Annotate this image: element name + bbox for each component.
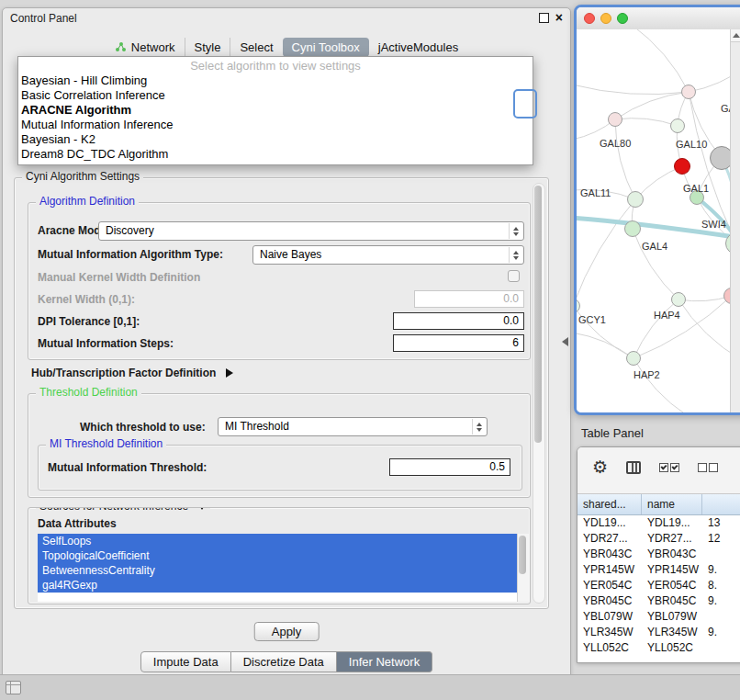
sources-title-label: Sources for Network Inference: [39, 507, 188, 513]
table-row[interactable]: YBL079WYBL079W: [577, 609, 740, 625]
tab-style[interactable]: Style: [185, 38, 230, 57]
table-row[interactable]: YLR345WYLR345W9.: [577, 625, 740, 640]
table-row[interactable]: YDL19...YDL19...13: [577, 515, 740, 531]
table-row[interactable]: YLL052CYLL052C: [577, 640, 740, 656]
algorithm-option[interactable]: Mutual Information Inference: [18, 118, 533, 132]
sources-group: Sources for Network Inference Data Attri…: [28, 507, 531, 604]
table-cell: [702, 640, 740, 656]
network-node[interactable]: [627, 191, 644, 208]
dpi-tolerance-label: DPI Tolerance [0,1]:: [38, 315, 140, 328]
table-cell: YBR045C: [577, 593, 642, 609]
scrollbar-thumb[interactable]: [519, 536, 526, 574]
node-label: SWI4: [701, 219, 726, 230]
attribute-item[interactable]: TopologicalCoefficient: [38, 548, 517, 563]
network-node[interactable]: [608, 112, 622, 127]
network-node[interactable]: [681, 85, 696, 99]
table-row[interactable]: YPR145WYPR145W9.: [577, 562, 740, 578]
mi-steps-field[interactable]: 6: [393, 334, 524, 352]
aracne-mode-combo[interactable]: Discovery: [98, 221, 524, 241]
node-label: GAL80: [600, 138, 631, 149]
tab-cyni-toolbox[interactable]: Cyni Toolbox: [283, 38, 369, 57]
network-node[interactable]: [674, 158, 690, 175]
tab-network[interactable]: Network: [106, 38, 185, 57]
tab-label: Cyni Toolbox: [292, 40, 360, 54]
table-cell: YLR345W: [577, 625, 642, 640]
threshold-definition-title: Threshold Definition: [36, 386, 141, 399]
tab-infer-network[interactable]: Infer Network: [337, 651, 432, 672]
algorithm-option[interactable]: Bayesian - Hill Climbing: [18, 73, 533, 88]
algorithm-option[interactable]: Basic Correlation Inference: [18, 88, 533, 103]
network-tab-icon: [115, 41, 127, 52]
table-row[interactable]: YBR043CYBR043C: [577, 547, 740, 562]
tab-select[interactable]: Select: [230, 38, 282, 57]
close-window-icon[interactable]: [584, 13, 595, 24]
table-cell: YDR27...: [577, 531, 642, 547]
float-window-icon[interactable]: [539, 13, 549, 23]
network-scrollbar[interactable]: [730, 29, 740, 412]
node-label: GAL10: [676, 139, 707, 150]
table-cell: YBL079W: [577, 609, 642, 625]
settings-scrollbar[interactable]: [533, 183, 545, 604]
expand-right-icon: [226, 368, 233, 378]
algorithm-option[interactable]: ARACNE Algorithm: [18, 103, 533, 118]
algorithm-option[interactable]: Bayesian - K2: [18, 132, 533, 147]
tab-jactivemodules[interactable]: jActiveModules: [369, 38, 467, 57]
empty-checkboxes-icon[interactable]: [698, 463, 718, 472]
which-threshold-combo[interactable]: MI Threshold: [218, 417, 488, 436]
table-cell: YBL079W: [642, 609, 702, 625]
algorithm-definition-group: Algorithm Definition Aracne Mode: Discov…: [28, 202, 531, 360]
table-cell: YPR145W: [642, 562, 702, 578]
table-row[interactable]: YBR045CYBR045C9.: [577, 593, 740, 609]
kernel-width-field[interactable]: 0.0: [414, 290, 524, 308]
hub-definition-toggle[interactable]: Hub/Transcription Factor Definition: [31, 366, 233, 379]
tab-impute-data[interactable]: Impute Data: [140, 651, 231, 672]
sources-title[interactable]: Sources for Network Inference: [36, 507, 210, 513]
control-panel-titlebar: Control Panel: [3, 8, 570, 28]
table-row[interactable]: YDR27...YDR27...12: [577, 531, 740, 547]
table-cell: YBR043C: [577, 547, 642, 562]
dpi-tolerance-field[interactable]: 0.0: [393, 312, 524, 330]
attribute-item[interactable]: BetweennessCentrality: [38, 563, 517, 578]
threshold-definition-group: Threshold Definition Which threshold to …: [28, 393, 531, 498]
network-node[interactable]: [670, 119, 685, 133]
selected-checkboxes-icon[interactable]: [659, 463, 679, 472]
manual-kernel-checkbox[interactable]: [508, 270, 520, 282]
manual-kernel-label: Manual Kernel Width Definition: [38, 271, 200, 284]
table-cell: YER054C: [577, 578, 642, 593]
network-node[interactable]: [626, 351, 641, 366]
apply-button[interactable]: Apply: [254, 622, 320, 641]
tab-label: Network: [131, 40, 175, 54]
attribute-item[interactable]: SelfLoops: [38, 534, 517, 548]
network-node[interactable]: [671, 292, 686, 307]
control-panel-window: Control Panel Network Style Select Cyni …: [2, 7, 571, 677]
attributes-scrollbar[interactable]: [517, 534, 529, 602]
network-node[interactable]: [624, 220, 641, 237]
network-canvas[interactable]: GAL80GAL10GAL11GAL1SWI4GAL4GCY1HAP4HAP2G…: [577, 29, 740, 412]
zoom-window-icon[interactable]: [617, 13, 628, 24]
mi-threshold-field[interactable]: 0.5: [389, 458, 510, 476]
collapsed-panel-icon[interactable]: [6, 681, 21, 694]
scroll-up-icon[interactable]: [731, 29, 740, 42]
table-row[interactable]: YER054CYER054C8.: [577, 578, 740, 593]
aracne-mode-value: Discovery: [106, 222, 154, 240]
column-header-extra[interactable]: [702, 494, 740, 514]
bottom-tabs: Impute Data Discretize Data Infer Networ…: [3, 651, 570, 672]
column-header-shared[interactable]: shared...: [577, 494, 642, 514]
mi-type-label: Mutual Information Algorithm Type:: [38, 248, 223, 261]
tab-discretize-data[interactable]: Discretize Data: [231, 651, 337, 672]
gear-icon[interactable]: [592, 458, 608, 477]
column-selector-icon[interactable]: [626, 461, 641, 474]
close-panel-icon[interactable]: [555, 11, 563, 24]
minimize-window-icon[interactable]: [600, 13, 611, 24]
splitter-collapse-arrow[interactable]: [562, 337, 568, 346]
scrollbar-thumb[interactable]: [534, 186, 542, 443]
column-header-name[interactable]: name: [642, 494, 702, 514]
mi-type-combo[interactable]: Naive Bayes: [252, 245, 524, 265]
collapse-down-icon: [197, 507, 207, 510]
bottom-status-strip: [0, 674, 740, 700]
table-cell: 8.: [702, 578, 740, 593]
control-panel-tabs: Network Style Select Cyni Toolbox jActiv…: [3, 36, 570, 58]
table-cell: YDL19...: [577, 515, 642, 531]
attribute-item[interactable]: gal4RGexp: [38, 578, 517, 593]
algorithm-option[interactable]: Dream8 DC_TDC Algorithm: [18, 147, 533, 162]
